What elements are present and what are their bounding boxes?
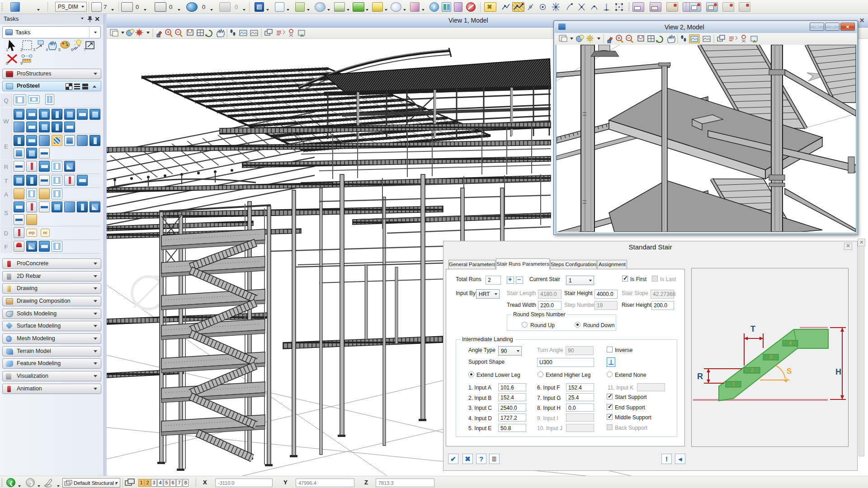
svg-text:1: 1 xyxy=(6,47,8,52)
svg-text:4: 4 xyxy=(46,47,48,52)
svg-text:R: R xyxy=(697,372,703,381)
svg-text:7: 7 xyxy=(84,47,86,52)
svg-text:3: 3 xyxy=(769,355,772,360)
svg-text:6: 6 xyxy=(71,47,73,52)
svg-text:T: T xyxy=(750,324,755,333)
svg-text:8: 8 xyxy=(6,61,8,65)
svg-text:1: 1 xyxy=(732,382,735,387)
svg-text:5: 5 xyxy=(58,47,61,52)
svg-text:4: 4 xyxy=(789,341,792,346)
svg-text:2: 2 xyxy=(20,47,23,52)
svg-text:S: S xyxy=(787,367,792,375)
svg-text:9: 9 xyxy=(20,61,23,65)
svg-text:3: 3 xyxy=(33,47,35,52)
svg-text:2: 2 xyxy=(750,368,753,373)
svg-text:H: H xyxy=(835,367,841,376)
